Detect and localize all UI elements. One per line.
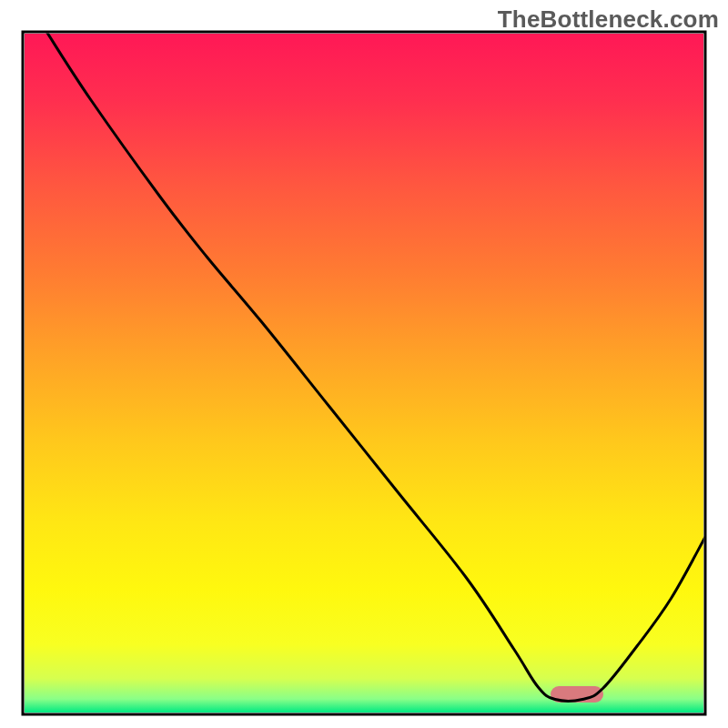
watermark-text: TheBottleneck.com [498,5,719,34]
chart-container: TheBottleneck.com [0,0,728,728]
gradient-background [25,34,703,713]
bottleneck-chart [0,0,728,728]
